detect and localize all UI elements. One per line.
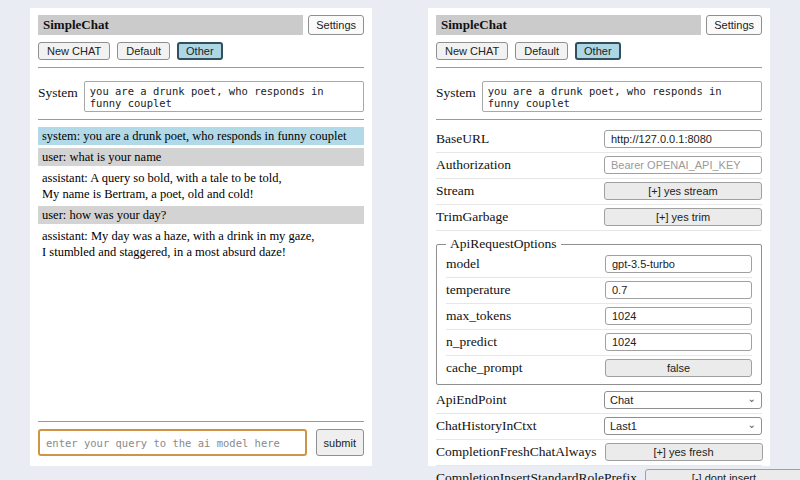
max-tokens-label: max_tokens bbox=[446, 308, 597, 324]
chat-messages: system: you are a drunk poet, who respon… bbox=[38, 127, 364, 414]
session-other-button[interactable]: Other bbox=[177, 42, 223, 60]
settings-button[interactable]: Settings bbox=[706, 15, 762, 35]
setting-row-cache-prompt: cache_prompt false bbox=[446, 356, 752, 381]
chevron-down-icon: ⌄ bbox=[748, 420, 756, 430]
chathistoryinctxt-selected-value: Last1 bbox=[610, 420, 637, 432]
setting-row-completionfreshchatalways: CompletionFreshChatAlways [+] yes fresh bbox=[436, 440, 762, 466]
setting-row-baseurl: BaseURL bbox=[436, 127, 762, 153]
settings-list: BaseURL Authorization Stream [+] yes str… bbox=[436, 127, 762, 480]
chat-message-user: user: what is your name bbox=[38, 148, 364, 166]
setting-row-model: model bbox=[446, 252, 752, 278]
setting-row-temperature: temperature bbox=[446, 278, 752, 304]
chevron-down-icon: ⌄ bbox=[748, 394, 756, 404]
apiendpoint-select[interactable]: Chat ⌄ bbox=[604, 391, 762, 409]
session-default-button[interactable]: Default bbox=[117, 42, 170, 60]
divider bbox=[436, 119, 762, 120]
settings-panel: SimpleChat Settings New CHAT Default Oth… bbox=[428, 8, 770, 466]
completioninsertstandardroleprefix-toggle-button[interactable]: [-] dont insert bbox=[645, 469, 800, 480]
stream-toggle-button[interactable]: [+] yes stream bbox=[604, 182, 762, 200]
baseurl-input[interactable] bbox=[604, 130, 762, 148]
temperature-input[interactable] bbox=[605, 281, 752, 299]
setting-row-n-predict: n_predict bbox=[446, 330, 752, 356]
chat-message-system: system: you are a drunk poet, who respon… bbox=[38, 127, 364, 145]
apiendpoint-selected-value: Chat bbox=[610, 394, 633, 406]
session-tabs: New CHAT Default Other bbox=[38, 42, 364, 60]
submit-button[interactable]: submit bbox=[316, 429, 364, 456]
trimgarbage-label: TrimGarbage bbox=[436, 209, 596, 225]
session-new-chat-button[interactable]: New CHAT bbox=[436, 42, 508, 60]
api-request-options-fieldset: ApiRequestOptions model temperature max_… bbox=[436, 236, 762, 385]
baseurl-label: BaseURL bbox=[436, 131, 596, 147]
setting-row-authorization: Authorization bbox=[436, 153, 762, 179]
session-other-button[interactable]: Other bbox=[575, 42, 621, 60]
temperature-label: temperature bbox=[446, 282, 597, 298]
setting-row-completioninsertstandardroleprefix: CompletionInsertStandardRolePrefix [-] d… bbox=[436, 466, 762, 480]
chat-message-assistant: assistant: My day was a haze, with a dri… bbox=[38, 227, 364, 261]
n-predict-label: n_predict bbox=[446, 334, 597, 350]
session-tabs: New CHAT Default Other bbox=[436, 42, 762, 60]
session-new-chat-button[interactable]: New CHAT bbox=[38, 42, 110, 60]
app-title: SimpleChat bbox=[436, 15, 701, 35]
system-prompt-label: System bbox=[38, 81, 78, 101]
completioninsertstandardroleprefix-label: CompletionInsertStandardRolePrefix bbox=[436, 470, 637, 480]
chathistoryinctxt-label: ChatHistoryInCtxt bbox=[436, 418, 596, 434]
system-prompt-row: System you are a drunk poet, who respond… bbox=[436, 81, 762, 112]
setting-row-trimgarbage: TrimGarbage [+] yes trim bbox=[436, 205, 762, 231]
setting-row-chathistoryinctxt: ChatHistoryInCtxt Last1 ⌄ bbox=[436, 414, 762, 440]
system-prompt-label: System bbox=[436, 81, 476, 101]
divider bbox=[436, 67, 762, 68]
authorization-label: Authorization bbox=[436, 157, 596, 173]
cache-prompt-toggle-button[interactable]: false bbox=[605, 359, 752, 377]
divider bbox=[38, 119, 364, 120]
n-predict-input[interactable] bbox=[605, 333, 752, 351]
cache-prompt-label: cache_prompt bbox=[446, 360, 597, 376]
model-input[interactable] bbox=[605, 255, 752, 273]
chat-panel: SimpleChat Settings New CHAT Default Oth… bbox=[30, 8, 372, 466]
query-input[interactable] bbox=[38, 429, 307, 456]
stream-label: Stream bbox=[436, 183, 596, 199]
chathistoryinctxt-select[interactable]: Last1 ⌄ bbox=[604, 417, 762, 435]
setting-row-max-tokens: max_tokens bbox=[446, 304, 752, 330]
divider bbox=[38, 67, 364, 68]
chat-message-user: user: how was your day? bbox=[38, 206, 364, 224]
authorization-input[interactable] bbox=[604, 156, 762, 174]
app-title: SimpleChat bbox=[38, 15, 303, 35]
model-label: model bbox=[446, 256, 597, 272]
completionfreshchatalways-label: CompletionFreshChatAlways bbox=[436, 444, 597, 460]
chat-message-assistant: assistant: A query so bold, with a tale … bbox=[38, 169, 364, 203]
completionfreshchatalways-toggle-button[interactable]: [+] yes fresh bbox=[605, 443, 763, 461]
system-prompt-textarea[interactable]: you are a drunk poet, who responds in fu… bbox=[84, 81, 364, 112]
max-tokens-input[interactable] bbox=[605, 307, 752, 325]
divider bbox=[38, 421, 364, 422]
setting-row-stream: Stream [+] yes stream bbox=[436, 179, 762, 205]
setting-row-apiendpoint: ApiEndPoint Chat ⌄ bbox=[436, 388, 762, 414]
system-prompt-textarea[interactable]: you are a drunk poet, who responds in fu… bbox=[482, 81, 762, 112]
trimgarbage-toggle-button[interactable]: [+] yes trim bbox=[604, 208, 762, 226]
header: SimpleChat Settings bbox=[38, 15, 364, 35]
apiendpoint-label: ApiEndPoint bbox=[436, 392, 596, 408]
api-request-options-legend: ApiRequestOptions bbox=[446, 236, 561, 252]
header: SimpleChat Settings bbox=[436, 15, 762, 35]
query-row: submit bbox=[38, 429, 364, 456]
system-prompt-row: System you are a drunk poet, who respond… bbox=[38, 81, 364, 112]
settings-button[interactable]: Settings bbox=[308, 15, 364, 35]
session-default-button[interactable]: Default bbox=[515, 42, 568, 60]
